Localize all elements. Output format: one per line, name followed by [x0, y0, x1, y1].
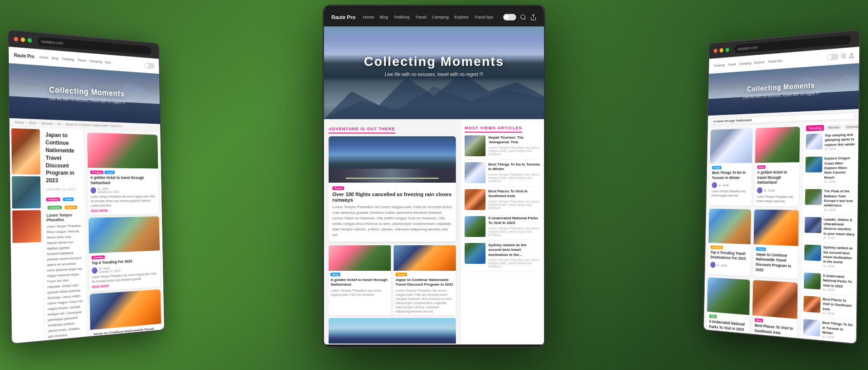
card-img-cherry-l [87, 133, 158, 169]
most-viewed-title-2[interactable]: Best Things To Do In Toronto In Winter [488, 162, 540, 172]
browser-dot-red[interactable] [14, 37, 18, 42]
device-left: rautepro.com Raute Pro Home Blog Trekkin… [7, 29, 165, 344]
breadcrumb-month[interactable]: January [41, 121, 53, 126]
search-icon-right[interactable] [841, 53, 846, 59]
rnav-tips[interactable]: Travel tips [768, 58, 782, 64]
rcard-img-2 [755, 127, 800, 163]
cnav-travel[interactable]: Travel [415, 15, 427, 19]
rcard-author-3: Al. JANE [710, 262, 748, 269]
most-viewed-title-4[interactable]: 5 Underrated National Parks To Visit In … [488, 216, 540, 226]
browser-dot-yellow[interactable] [21, 37, 25, 42]
tag-explore-l[interactable]: Explore [65, 205, 77, 209]
breadcrumb-home[interactable]: Home [15, 120, 24, 125]
nav-travel-left[interactable]: Travel [77, 58, 86, 63]
trending-tabs: Trending Recent Comments [806, 124, 855, 131]
small-card-img-2 [394, 245, 456, 271]
theme-toggle-right[interactable] [827, 53, 839, 61]
small-articles-center: Blog A golden ticket to travel through S… [329, 245, 456, 315]
trending-thumb-8 [803, 319, 820, 337]
most-viewed-title-3[interactable]: Best Places To Visit In Southeast Asia [488, 189, 540, 199]
nav-actions-left [144, 62, 155, 69]
small-card-content-1: Blog A golden ticket to travel through S… [329, 271, 391, 299]
trending-item-1: Top camping and glamping spots to explor… [806, 133, 856, 154]
trending-title-5[interactable]: Sydney ranked as the second best travel … [823, 245, 855, 266]
theme-toggle-left[interactable] [144, 62, 155, 69]
center-left-content: Adventure Is Out There [324, 119, 460, 344]
cnav-trekking[interactable]: Trekking [394, 15, 409, 19]
trending-title-3[interactable]: The Peak of the Balkans Trail: Europe's … [824, 189, 855, 209]
trending-item-3: The Peak of the Balkans Trail: Europe's … [805, 189, 855, 215]
trending-content-1: Top camping and glamping spots to explor… [824, 133, 855, 151]
rnav-camping[interactable]: Camping [739, 61, 751, 66]
trending-title-1[interactable]: Top camping and glamping spots to explor… [825, 133, 856, 147]
rcard-tags-3: Trending [711, 245, 748, 250]
nav-trekking-left[interactable]: Trekking [62, 57, 74, 62]
share-icon-right[interactable] [849, 52, 854, 58]
cnav-home[interactable]: Home [363, 15, 374, 19]
browser-dot-green[interactable] [27, 38, 32, 42]
tag-travel-l[interactable]: Travel [63, 198, 74, 201]
article-subheader-left: Lorem Tempor Phasellus [46, 213, 82, 223]
rtag-tips-5: Tips [709, 314, 717, 319]
rcard-6: Blog Best Places To Visit In Southeast A… [752, 280, 797, 338]
rnav-trekking[interactable]: Trekking [713, 63, 725, 68]
trending-item-2: Explore Oregon Coast Hike! Explore Hikes… [805, 156, 855, 186]
trending-content-6: 5 Underrated National Parks To Visit In … [823, 274, 855, 293]
browser-dot-yellow-r[interactable] [719, 48, 723, 52]
tag-camping-l[interactable]: Camping [47, 206, 62, 210]
theme-toggle-center[interactable] [503, 14, 516, 20]
nav-explore-left[interactable]: Exp... [105, 60, 113, 65]
trending-thumb-2 [805, 157, 822, 172]
most-viewed-header: Most Views Articles [465, 126, 522, 133]
tab-trending[interactable]: Trending [806, 125, 824, 131]
author-info-1: Al. JANE January 10, 2023 [97, 187, 119, 193]
featured-title-center: Over 100 flights cancelled as freezing r… [332, 191, 452, 203]
trending-thumb-5 [804, 245, 822, 262]
rcard-content-4: Travel Japan to Continue Nationwide Trav… [753, 244, 798, 279]
most-viewed-img-5 [465, 243, 486, 264]
featured-article-center: Travel Over 100 flights cancelled as fre… [329, 136, 456, 242]
tag-trekking[interactable]: Trekking [46, 198, 60, 201]
sidebar-thumb-temple [11, 128, 40, 175]
breadcrumb-year[interactable]: 2023 [29, 121, 37, 125]
nav-camping-left[interactable]: Camping [89, 59, 102, 64]
author-info-2: Al. JANE January 10, 2023 [99, 266, 120, 274]
share-icon-center[interactable] [530, 14, 537, 20]
rnav-explore[interactable]: Explore [754, 60, 765, 64]
tab-comments[interactable]: Comments [843, 123, 858, 130]
rcard-title-1: Best Things To Do In Toronto In Winter [712, 170, 750, 180]
tab-recent[interactable]: Recent [826, 124, 842, 131]
small-card-title-1: A golden ticket to travel through Switze… [330, 278, 389, 287]
trending-title-4[interactable]: Ladakh, Sikkim & Uttarakhand deserve men… [823, 217, 855, 237]
trending-title-6[interactable]: 5 Underrated National Parks To Visit In … [823, 274, 855, 290]
most-viewed-content-3: Best Places To Visit In Southeast Asia L… [488, 189, 540, 210]
trending-title-7[interactable]: Best Places to Visit in Southeast Asia [823, 297, 854, 314]
right-sidebar-panel: Trending Recent Comments Top camping and… [800, 121, 859, 344]
card-content-2-left: Trending Top 6 Trending For 2023 Al. JAN… [89, 250, 161, 291]
rtag-travel-1: Travel [712, 166, 721, 170]
breadcrumb-day[interactable]: 10 [57, 122, 61, 126]
sidebar-thumb-torii [12, 210, 41, 243]
search-icon-center[interactable] [520, 14, 526, 20]
rcard-img-3 [708, 209, 751, 244]
cnav-blog[interactable]: Blog [380, 15, 388, 19]
nav-home-left[interactable]: Home [39, 55, 48, 60]
read-more-1[interactable]: READ MORE [91, 208, 157, 212]
cnav-explore[interactable]: Explore [454, 15, 469, 19]
browser-dot-red-r[interactable] [713, 48, 717, 53]
nav-blog-left[interactable]: Blog [52, 56, 58, 61]
rcard-title-6: Best Places To Visit In Southeast Asia [754, 323, 794, 337]
trending-meta-2: Al. JANE [824, 180, 855, 183]
cnav-camping[interactable]: Camping [432, 15, 449, 19]
cnav-traveltips[interactable]: Travel tips [474, 15, 493, 19]
most-viewed-title-1[interactable]: Nepali Tourism: The 'Annapurna' Trek [488, 135, 540, 145]
trending-title-2[interactable]: Explore Oregon Coast Hike! Explore Hikes… [824, 156, 856, 180]
most-viewed-title-5[interactable]: Sydney ranked as the second best travel … [488, 243, 540, 257]
trending-item-7: Best Places to Visit in Southeast Asia A… [803, 296, 854, 320]
browser-dot-green-r[interactable] [725, 47, 729, 52]
card-3-left: Japan to Continue Nationwide Travel Disc… [90, 289, 162, 336]
rcard-tags-2: Blog [757, 165, 797, 169]
rnav-travel[interactable]: Travel [727, 62, 736, 67]
author-date-2: January 10, 2023 [99, 269, 120, 274]
nav-links-right: Trekking Travel Camping Explore Travel t… [713, 58, 783, 68]
